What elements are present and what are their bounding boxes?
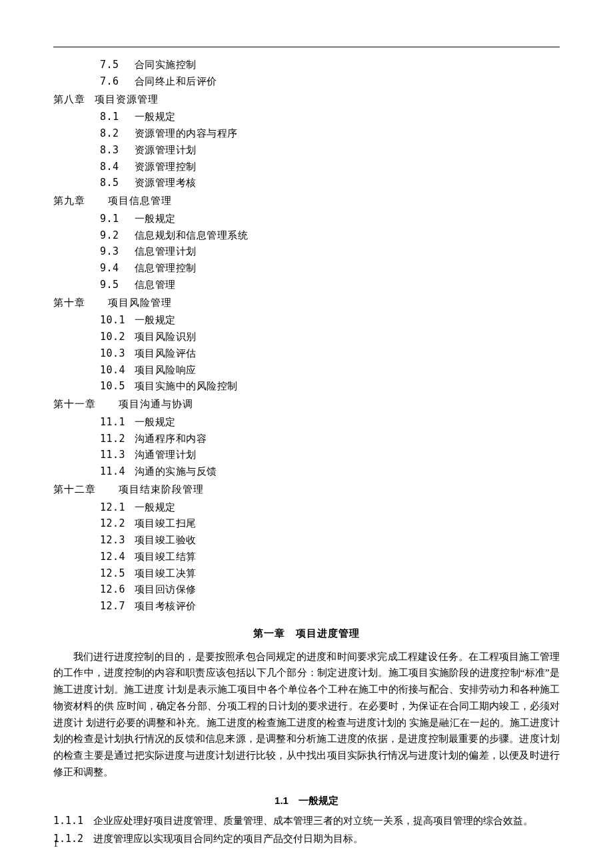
toc-sub-item: 11.4 沟通的实施与反馈 <box>100 463 560 480</box>
toc-chapter-heading: 第九章项目信息管理 <box>53 193 560 209</box>
clause-text: 进度管理应以实现项目合同约定的项目产品交付日期为目标。 <box>83 833 363 844</box>
toc-sub-title: 一般规定 <box>135 213 176 225</box>
toc-body: 第八章项目资源管理8.1 一般规定8.2 资源管理的内容与程序8.3 资源管理计… <box>53 91 560 615</box>
toc-chapter-title: 项目信息管理 <box>108 195 172 206</box>
toc-sub-num: 8.5 <box>100 175 128 191</box>
toc-chapter-number: 第十二章 <box>53 481 96 498</box>
toc-sub-item: 12.5 项目竣工决算 <box>100 565 560 582</box>
toc-chapter-title: 项目结束阶段管理 <box>119 484 204 495</box>
toc-sub-item: 7.5 合同实施控制 <box>100 57 560 73</box>
toc-sub-title: 信息规划和信息管理系统 <box>135 229 249 241</box>
toc-sub-num: 11.4 <box>100 463 128 480</box>
toc-sub-title: 项目风险响应 <box>135 364 197 376</box>
chapter-1-intro: 我们进行进度控制的目的，是要按照承包合同规定的进度和时间要求完成工程建设任务。在… <box>53 649 560 781</box>
toc-sub-title: 项目竣工决算 <box>135 567 197 579</box>
toc-sub-num: 11.3 <box>100 447 128 463</box>
toc-chapter-number: 第九章 <box>53 193 85 209</box>
toc-sub-num: 12.5 <box>100 565 128 582</box>
toc-sub-num: 10.4 <box>100 362 128 379</box>
toc-sub-item: 12.7 项目考核评价 <box>100 598 560 615</box>
toc-sub-title: 一般规定 <box>135 111 176 123</box>
clause-list: 1.1.1 企业应处理好项目进度管理、质量管理、成本管理三者的对立统一关系，提高… <box>53 813 560 847</box>
toc-sub-item: 11.2 沟通程序和内容 <box>100 431 560 447</box>
toc-sub-num: 10.3 <box>100 345 128 362</box>
toc-sub-num: 12.7 <box>100 598 128 615</box>
toc-sub-num: 9.3 <box>100 243 128 260</box>
toc-sub-item: 12.6 项目回访保修 <box>100 581 560 598</box>
toc-sub-item: 10.2 项目风险识别 <box>100 329 560 345</box>
toc-sub-item: 10.1 一般规定 <box>100 312 560 329</box>
toc-sub-title: 资源管理的内容与程序 <box>135 127 238 139</box>
toc-sub-title: 资源管理计划 <box>135 144 197 156</box>
toc-sub-num: 9.5 <box>100 277 128 293</box>
toc-chapter-number: 第十章 <box>53 295 85 311</box>
toc-sub-item: 12.3 项目竣工验收 <box>100 532 560 549</box>
toc-sub-title: 项目回访保修 <box>135 583 197 595</box>
toc-sub-num: 12.1 <box>100 499 128 516</box>
toc-sub-title: 资源管理控制 <box>135 161 197 173</box>
toc-sub-item: 8.1 一般规定 <box>100 109 560 125</box>
toc-sub-num: 7.6 <box>100 73 128 90</box>
toc-sub-item: 12.2 项目竣工扫尾 <box>100 515 560 532</box>
toc-sub-item: 7.6 合同终止和后评价 <box>100 73 560 90</box>
section-1-1-title: 1.1 一般规定 <box>53 793 560 809</box>
toc-sub-title: 一般规定 <box>135 314 176 326</box>
toc-sub-title: 沟通的实施与反馈 <box>135 465 217 477</box>
toc-sub-item: 8.2 资源管理的内容与程序 <box>100 125 560 142</box>
toc-sub-item: 11.3 沟通管理计划 <box>100 447 560 463</box>
toc-sub-title: 合同实施控制 <box>135 59 197 71</box>
toc-sub-num: 7.5 <box>100 57 128 73</box>
toc-sub-item: 10.3 项目风险评估 <box>100 345 560 362</box>
toc-sub-num: 10.1 <box>100 312 128 329</box>
toc-sub-title: 一般规定 <box>135 501 176 513</box>
toc-sub-num: 12.2 <box>100 515 128 532</box>
toc-sub-title: 沟通管理计划 <box>135 449 197 461</box>
toc-sub-title: 项目风险评估 <box>135 347 197 359</box>
toc-sub-title: 一般规定 <box>135 416 176 428</box>
toc-sub-item: 8.3 资源管理计划 <box>100 142 560 159</box>
clause-number: 1.1.1 <box>53 815 83 827</box>
toc-sub-title: 沟通程序和内容 <box>135 433 207 445</box>
chapter-1-title: 第一章 项目进度管理 <box>53 625 560 642</box>
toc-sub-title: 项目竣工结算 <box>135 551 197 563</box>
toc-sub-num: 8.2 <box>100 125 128 142</box>
document-page: 7.5 合同实施控制7.6 合同终止和后评价 第八章项目资源管理8.1 一般规定… <box>0 0 613 868</box>
toc-sub-num: 10.2 <box>100 329 128 345</box>
toc-sub-num: 9.2 <box>100 227 128 244</box>
toc-sub-title: 项目考核评价 <box>135 600 197 612</box>
toc-sub-item: 9.4 信息管理控制 <box>100 260 560 277</box>
toc-sub-title: 资源管理考核 <box>135 177 197 189</box>
toc-sub-item: 8.4 资源管理控制 <box>100 159 560 175</box>
clause: 1.1.2 进度管理应以实现项目合同约定的项目产品交付日期为目标。 <box>53 831 560 847</box>
toc-sub-item: 12.1 一般规定 <box>100 499 560 516</box>
toc-sub-item: 11.1 一般规定 <box>100 414 560 431</box>
toc-sub-title: 项目风险识别 <box>135 331 197 343</box>
toc-chapter-heading: 第十二章项目结束阶段管理 <box>53 481 560 498</box>
toc-sub-num: 11.2 <box>100 431 128 447</box>
toc-sub-title: 信息管理控制 <box>135 262 197 274</box>
toc-sub-title: 项目竣工验收 <box>135 534 197 546</box>
toc-sub-title: 合同终止和后评价 <box>135 75 217 87</box>
toc-chapter-heading: 第十一章项目沟通与协调 <box>53 396 560 413</box>
toc-sub-item: 8.5 资源管理考核 <box>100 175 560 191</box>
toc-chapter-heading: 第八章项目资源管理 <box>53 91 560 108</box>
toc-sub-title: 项目实施中的风险控制 <box>135 380 238 392</box>
toc-sub-item: 9.3 信息管理计划 <box>100 243 560 260</box>
toc-sub-num: 8.1 <box>100 109 128 125</box>
toc-sub-num: 9.4 <box>100 260 128 277</box>
toc-sub-num: 9.1 <box>100 211 128 227</box>
toc-sub-title: 项目竣工扫尾 <box>135 517 197 529</box>
toc-pre: 7.5 合同实施控制7.6 合同终止和后评价 <box>53 57 560 90</box>
toc-sub-num: 11.1 <box>100 414 128 431</box>
toc-sub-item: 12.4 项目竣工结算 <box>100 549 560 565</box>
toc-sub-title: 信息管理计划 <box>135 245 197 257</box>
toc-sub-item: 10.5 项目实施中的风险控制 <box>100 378 560 395</box>
toc-sub-num: 12.6 <box>100 581 128 598</box>
toc-sub-item: 9.2 信息规划和信息管理系统 <box>100 227 560 244</box>
toc-sub-num: 8.3 <box>100 142 128 159</box>
toc-sub-item: 9.5 信息管理 <box>100 277 560 293</box>
toc-chapter-title: 项目资源管理 <box>95 94 159 105</box>
toc-sub-item: 9.1 一般规定 <box>100 211 560 227</box>
toc-sub-num: 12.3 <box>100 532 128 549</box>
toc-chapter-heading: 第十章项目风险管理 <box>53 295 560 311</box>
